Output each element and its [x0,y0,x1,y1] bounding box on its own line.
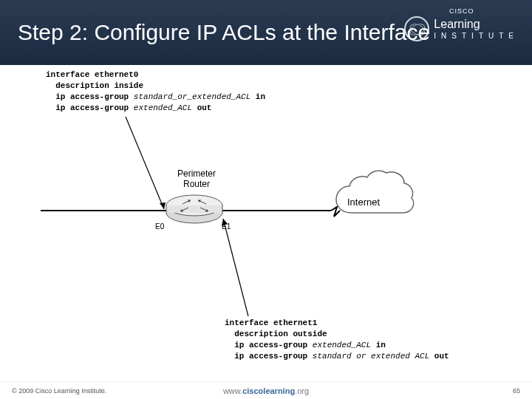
port-e1-label: E1 [222,222,231,231]
cisco-learning-logo: CISCO Learning INSTITUTE [404,7,519,41]
page-number: 65 [513,387,520,395]
slide-title: Step 2: Configure IP ACLs at the Interfa… [18,20,430,46]
svg-line-4 [223,219,248,316]
globe-rings-icon [404,16,429,41]
slide-footer: © 2009 Cisco Learning Institute. www.cis… [0,381,532,399]
logo-brand: CISCO [449,7,474,15]
config-interface-e0: interface ethernet0 description inside i… [46,69,265,113]
copyright: © 2009 Cisco Learning Institute. [12,387,106,395]
router-label: Perimeter Router [167,168,226,189]
logo-line1: Learning [434,18,519,30]
logo-line2: INSTITUTE [434,32,519,40]
svg-marker-3 [160,202,166,209]
footer-url: www.ciscolearning.org [223,386,309,395]
svg-rect-8 [166,205,222,213]
svg-line-2 [126,117,164,209]
internet-label: Internet [334,197,393,208]
slide-header: Step 2: Configure IP ACLs at the Interfa… [0,0,532,65]
port-e0-label: E0 [155,222,164,231]
slide-body: interface ethernet0 description inside i… [0,65,532,381]
config-interface-e1: interface ethernet1 description outside … [225,318,449,361]
router-icon [166,195,222,223]
